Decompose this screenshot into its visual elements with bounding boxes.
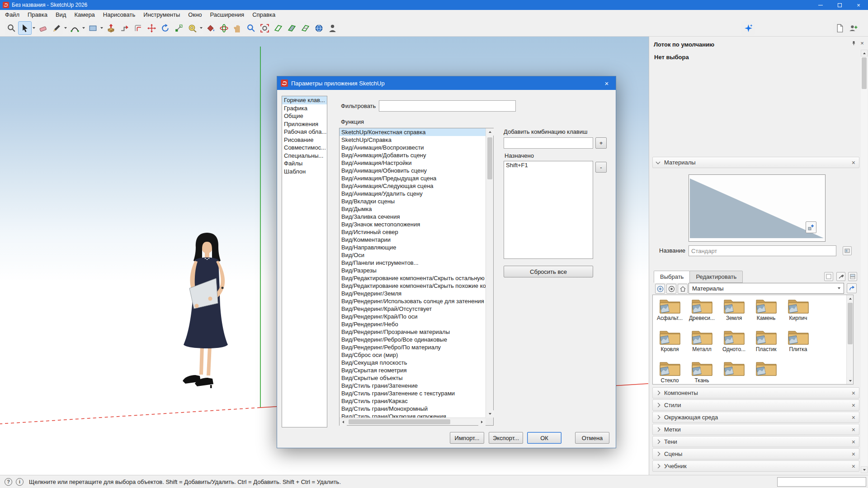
offset-tool[interactable] bbox=[131, 21, 145, 35]
function-row[interactable]: Вид/Стиль грани/Монохромный bbox=[340, 405, 486, 413]
info-icon[interactable]: i bbox=[16, 478, 24, 486]
zoom-tool[interactable] bbox=[244, 21, 258, 35]
category-item[interactable]: Рабочая обла... bbox=[282, 128, 327, 136]
section-close-button[interactable]: × bbox=[852, 463, 855, 469]
function-row[interactable]: Вид/Дымка bbox=[340, 205, 486, 213]
function-row[interactable]: Вид/Разрезы bbox=[340, 267, 486, 274]
category-item[interactable]: Файлы bbox=[282, 160, 327, 168]
category-item[interactable]: Рисование bbox=[282, 136, 327, 144]
tape-measure-dropdown[interactable] bbox=[199, 21, 203, 35]
materials-collection-dropdown[interactable]: Материалы bbox=[689, 283, 844, 294]
select-tool[interactable] bbox=[18, 21, 32, 35]
remove-shortcut-button[interactable]: - bbox=[595, 162, 607, 173]
materials-tab[interactable]: Выбрать bbox=[654, 271, 690, 283]
materials-tab[interactable]: Редактировать bbox=[689, 271, 743, 283]
section-close-button[interactable]: × bbox=[852, 402, 855, 408]
function-row[interactable]: Вид/Рендеринг/Ребро/Все одинаковые bbox=[340, 336, 486, 343]
function-row[interactable]: Вид/Рендеринг/Край/Отсутствует bbox=[340, 305, 486, 313]
sample-paint-button[interactable] bbox=[847, 283, 857, 293]
menu-item[interactable]: Окно bbox=[184, 10, 206, 20]
preview-zoom-button[interactable] bbox=[806, 221, 816, 233]
function-list-hscrollbar[interactable] bbox=[340, 418, 486, 425]
function-row[interactable]: Вид/Рендеринг/Прозрачные материалы bbox=[340, 328, 486, 336]
sparkle-tool[interactable] bbox=[741, 21, 755, 35]
reset-all-button[interactable]: Сбросить все bbox=[504, 266, 593, 277]
function-row[interactable]: Вид/Стиль грани/Каркас bbox=[340, 397, 486, 405]
follow-me-tool[interactable] bbox=[118, 21, 131, 35]
search-tool[interactable] bbox=[5, 21, 18, 35]
material-folder[interactable]: Стекло bbox=[654, 359, 686, 385]
category-item[interactable]: Графика bbox=[282, 104, 327, 113]
category-item[interactable]: Шаблон bbox=[282, 168, 327, 176]
menu-item[interactable]: Справка bbox=[248, 10, 279, 20]
tray-scroll-down-icon[interactable] bbox=[861, 466, 868, 473]
materials-section-header[interactable]: Материалы × bbox=[652, 157, 859, 168]
scroll-down-icon[interactable] bbox=[486, 410, 494, 418]
function-row[interactable]: Вид/Панели инструментов... bbox=[340, 259, 486, 267]
category-item[interactable]: Специальны... bbox=[282, 152, 327, 160]
new-document-tool[interactable] bbox=[833, 21, 846, 35]
material-folder[interactable]: Одното... bbox=[718, 328, 750, 359]
tape-measure-tool[interactable] bbox=[185, 21, 199, 35]
function-row[interactable]: Вид/Анимация/Воспроизвести bbox=[340, 144, 486, 151]
scroll-up-icon[interactable] bbox=[847, 295, 854, 302]
material-folder[interactable]: Пластик bbox=[750, 328, 782, 359]
filter-input[interactable] bbox=[379, 100, 516, 112]
scroll-thumb[interactable] bbox=[848, 303, 853, 344]
measurements-input[interactable] bbox=[777, 477, 866, 487]
tray-scrollbar[interactable] bbox=[861, 50, 868, 473]
function-row[interactable]: Вид/Анимация/Следующая сцена bbox=[340, 182, 486, 190]
menu-item[interactable]: Файл bbox=[1, 10, 24, 20]
rotate-tool[interactable] bbox=[158, 21, 172, 35]
person-figure[interactable] bbox=[182, 232, 239, 389]
arc-tool[interactable] bbox=[68, 21, 81, 35]
section-close-button[interactable]: × bbox=[852, 439, 855, 445]
orbit-tool[interactable] bbox=[217, 21, 231, 35]
category-item[interactable]: Общие bbox=[282, 112, 327, 120]
function-row[interactable]: Вид/Рендеринг/Земля bbox=[340, 290, 486, 297]
add-shortcut-button[interactable]: + bbox=[595, 137, 607, 149]
category-item[interactable]: Приложения bbox=[282, 120, 327, 128]
material-folder[interactable] bbox=[750, 359, 782, 385]
function-row[interactable]: Вид/Рендеринг/Край/По оси bbox=[340, 313, 486, 320]
tray-scroll-up-icon[interactable] bbox=[861, 50, 868, 56]
function-row[interactable]: Вид/Рендеринг/Ребро/По материалу bbox=[340, 343, 486, 351]
scroll-thumb[interactable] bbox=[349, 419, 450, 424]
category-item[interactable]: Горячие клав... bbox=[282, 96, 327, 104]
tray-section-header[interactable]: Учебник × bbox=[652, 460, 859, 472]
assigned-item[interactable]: Shift+F1 bbox=[504, 161, 593, 169]
close-button[interactable]: × bbox=[849, 0, 868, 10]
function-row[interactable]: Вид/Анимация/Настройки bbox=[340, 159, 486, 167]
section-close-button[interactable]: × bbox=[852, 451, 855, 457]
function-row[interactable]: Вид/Оси bbox=[340, 251, 486, 259]
material-folder[interactable]: Кирпич bbox=[782, 297, 814, 328]
import-button[interactable]: Импорт... bbox=[450, 432, 484, 444]
material-folder[interactable]: Кровля bbox=[654, 328, 686, 359]
shapes-tool-dropdown[interactable] bbox=[99, 21, 104, 35]
move-tool[interactable] bbox=[145, 21, 158, 35]
material-folder[interactable]: Плитка bbox=[782, 328, 814, 359]
function-list-vscrollbar[interactable] bbox=[486, 128, 493, 418]
function-row[interactable]: Вид/Секущая плоскость bbox=[340, 359, 486, 366]
in-model-button[interactable] bbox=[678, 284, 688, 294]
tray-section-header[interactable]: Стили × bbox=[652, 399, 859, 411]
export-button[interactable]: Экспорт... bbox=[489, 432, 523, 444]
function-row[interactable]: Вид/Рендеринг/Использовать солнце для за… bbox=[340, 297, 486, 305]
classifier-tool[interactable] bbox=[312, 21, 326, 35]
section-plane-tool[interactable] bbox=[271, 21, 285, 35]
paint-bucket-tool[interactable] bbox=[203, 21, 217, 35]
function-row[interactable]: Вид/Анимация/Удалить сцену bbox=[340, 190, 486, 197]
materials-close-button[interactable]: × bbox=[852, 160, 855, 166]
zoom-extents-tool[interactable] bbox=[258, 21, 271, 35]
tray-section-header[interactable]: Тени × bbox=[652, 436, 859, 447]
shapes-tool[interactable] bbox=[86, 21, 99, 35]
section-close-button[interactable]: × bbox=[852, 427, 855, 433]
material-name-input[interactable] bbox=[689, 245, 836, 256]
minimize-button[interactable] bbox=[811, 0, 830, 10]
function-row[interactable]: Вид/Заливка сечения bbox=[340, 213, 486, 221]
menu-item[interactable]: Вид bbox=[52, 10, 71, 20]
scroll-thumb[interactable] bbox=[487, 137, 492, 179]
section-fill-tool[interactable] bbox=[285, 21, 298, 35]
section-close-button[interactable]: × bbox=[852, 390, 855, 396]
tray-section-header[interactable]: Метки × bbox=[652, 424, 859, 435]
